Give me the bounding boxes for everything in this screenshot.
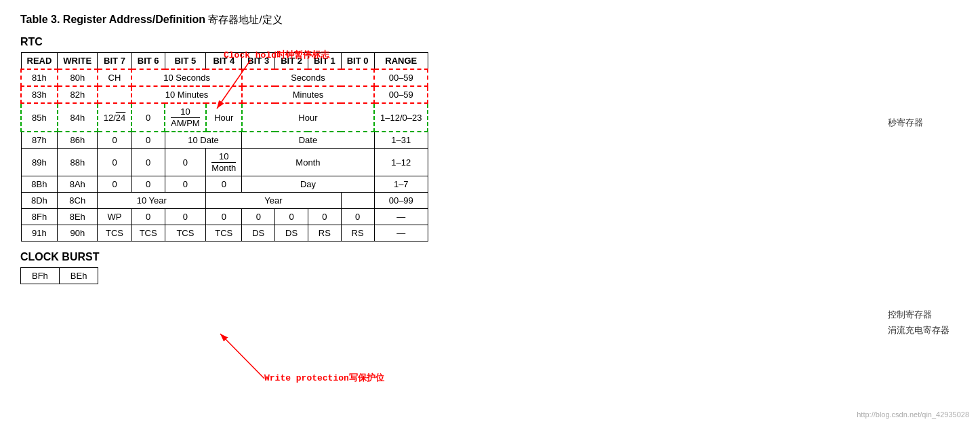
cell-bit4: 0 — [206, 176, 242, 193]
table-row: 89h 88h 0 0 0 10 Month Month 1–12 — [21, 149, 428, 176]
cell-range: — — [374, 225, 428, 242]
cell-bit1: 0 — [308, 209, 341, 225]
cell-write: 90h — [58, 225, 98, 242]
cell-read: 85h — [21, 103, 58, 132]
control-register-label: 控制寄存器 — [888, 309, 932, 321]
cell-bit3-0: Date — [242, 132, 374, 149]
table-row: 83h 82h 10 Minutes Minutes 00–59 — [21, 86, 428, 103]
cell-bit0: RS — [341, 225, 374, 242]
cell-bit3-0: Hour — [242, 103, 374, 132]
cell-write: 86h — [58, 132, 98, 149]
cell-bit0: 0 — [341, 209, 374, 225]
cell-bit5: 0 — [165, 149, 206, 176]
cell-bit7: 0 — [98, 132, 132, 149]
cell-bit3-0: Day — [242, 176, 374, 193]
cell-bit7 — [98, 86, 132, 103]
cell-range: 1–7 — [374, 176, 428, 193]
page-title: Table 3. Register Address/Definition 寄存器… — [20, 14, 960, 26]
cell-bit2: 0 — [275, 209, 308, 225]
col-read: READ — [21, 53, 58, 70]
title-cn: 寄存器地址/定义 — [208, 14, 282, 25]
cell-bit5: 10 AM/PM — [165, 103, 206, 132]
cell-read: 91h — [21, 225, 58, 242]
cell-bit7-5: 10 Year — [98, 193, 206, 209]
table-row: 81h 80h CH 10 Seconds Seconds 00–59 — [21, 69, 428, 86]
cell-bit6: TCS — [131, 225, 165, 242]
clock-burst-write: BEh — [59, 268, 98, 284]
cell-write: 8Ch — [58, 193, 98, 209]
cell-range: 00–59 — [374, 86, 428, 103]
cell-bit6: 0 — [131, 176, 165, 193]
cell-bit5: 0 — [165, 209, 206, 225]
register-table: READ WRITE BIT 7 BIT 6 BIT 5 BIT 4 BIT 3… — [20, 52, 428, 242]
cell-bit4: 10 Month — [206, 149, 242, 176]
rtc-section-label: RTC — [20, 36, 960, 48]
svg-line-3 — [220, 334, 264, 379]
trickle-charge-label: 涓流充电寄存器 — [888, 324, 950, 336]
col-bit6: BIT 6 — [131, 53, 165, 70]
cell-range: 00–99 — [374, 193, 428, 209]
cell-bit6: 0 — [131, 149, 165, 176]
table-row: 8Dh 8Ch 10 Year Year 00–99 — [21, 193, 428, 209]
cell-bit7: 0 — [98, 149, 132, 176]
cell-range: 1–12/0–23 — [374, 103, 428, 132]
cell-write: 80h — [58, 69, 98, 86]
cell-read: 81h — [21, 69, 58, 86]
cell-range: 1–12 — [374, 149, 428, 176]
cell-range: — — [374, 209, 428, 225]
cell-bit7: TCS — [98, 225, 132, 242]
cell-bit6-5: 10 Minutes — [131, 86, 242, 103]
cell-bit6: 0 — [131, 132, 165, 149]
clock-burst-section: CLOCK BURST BFh BEh — [20, 251, 960, 284]
cell-bit7: 0 — [98, 176, 132, 193]
cell-bit6-5: 10 Seconds — [131, 69, 242, 86]
cell-bit5: TCS — [165, 225, 206, 242]
cell-bit3-0: Year — [206, 193, 342, 209]
cell-bit7: 12/24 — [98, 103, 132, 132]
table-row: 87h 86h 0 0 10 Date Date 1–31 — [21, 132, 428, 149]
col-bit0: BIT 0 — [341, 53, 374, 70]
clock-burst-label: CLOCK BURST — [20, 251, 960, 263]
col-bit7: BIT 7 — [98, 53, 132, 70]
cell-bit6-5: 10 Date — [165, 132, 242, 149]
cell-range: 00–59 — [374, 69, 428, 86]
cell-range: 1–31 — [374, 132, 428, 149]
cell-write: 8Ah — [58, 176, 98, 193]
col-write: WRITE — [58, 53, 98, 70]
cell-bit4: TCS — [206, 225, 242, 242]
cell-bit5: 0 — [165, 176, 206, 193]
cell-bit1: RS — [308, 225, 341, 242]
cell-bit0 — [341, 193, 374, 209]
watermark: http://blog.csdn.net/qin_42935028 — [857, 410, 969, 419]
cell-write: 8Eh — [58, 209, 98, 225]
cell-bit3-0: Month — [242, 149, 374, 176]
clock-hold-annotation: Clock hold时钟暂停标志 — [224, 49, 329, 61]
cell-write: 88h — [58, 149, 98, 176]
cell-bit7: WP — [98, 209, 132, 225]
cell-read: 87h — [21, 132, 58, 149]
col-bit5: BIT 5 — [165, 53, 206, 70]
cell-read: 8Fh — [21, 209, 58, 225]
write-protection-annotation: Write protection写保护位 — [264, 372, 384, 384]
cell-bit4: 0 — [206, 209, 242, 225]
cell-read: 8Bh — [21, 176, 58, 193]
table-row: 8Bh 8Ah 0 0 0 0 Day 1–7 — [21, 176, 428, 193]
cell-bit3: DS — [242, 225, 275, 242]
seconds-register-label: 秒寄存器 — [888, 117, 923, 129]
clock-burst-read: BFh — [21, 268, 60, 284]
cell-read: 89h — [21, 149, 58, 176]
clock-burst-table: BFh BEh — [20, 267, 98, 284]
cell-write: 82h — [58, 86, 98, 103]
cell-write: 84h — [58, 103, 98, 132]
cell-bit2: DS — [275, 225, 308, 242]
cell-bit3: 0 — [242, 209, 275, 225]
cell-bit7: CH — [98, 69, 132, 86]
table-row: 8Fh 8Eh WP 0 0 0 0 0 0 0 — — [21, 209, 428, 225]
table-row: 85h 84h 12/24 0 10 AM/PM Hour Hour 1–12/… — [21, 103, 428, 132]
cell-bit6: 0 — [131, 103, 165, 132]
cell-bit3-0: Seconds — [242, 69, 374, 86]
cell-bit6: 0 — [131, 209, 165, 225]
cell-bit4: Hour — [206, 103, 242, 132]
title-en: Table 3. Register Address/Definition — [20, 14, 205, 25]
cell-read: 83h — [21, 86, 58, 103]
